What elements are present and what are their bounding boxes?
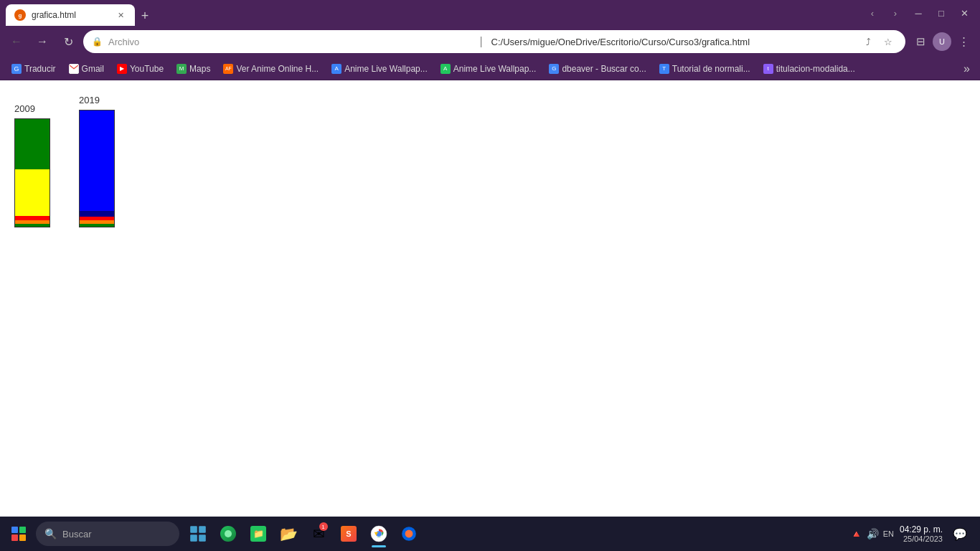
bookmark-anime2[interactable]: A Anime Live Wallpap... [326, 61, 433, 77]
bar-2019-blue [80, 110, 114, 211]
bar-2009-green [15, 119, 50, 169]
email-button[interactable]: ✉ 1 [304, 518, 333, 550]
bookmark-tutorial[interactable]: T Tutorial de normali... [654, 61, 756, 77]
qgis-icon-button[interactable] [214, 518, 242, 550]
network-icon[interactable]: 🔺 [850, 528, 862, 540]
minimize-button[interactable]: ─ [908, 3, 928, 23]
profile-avatar[interactable]: U [933, 32, 951, 51]
dbeaver-favicon: G [549, 64, 559, 74]
new-tab-button[interactable]: + [135, 6, 155, 26]
maximize-button[interactable]: □ [931, 3, 951, 23]
search-input[interactable] [62, 529, 171, 540]
anime2-favicon: A [331, 64, 341, 74]
navigation-bar: ← → ↻ 🔒 Archivo | C:/Users/migue/OneDriv… [0, 26, 980, 57]
windows-logo-icon [11, 527, 26, 541]
firefox-button[interactable] [395, 518, 423, 550]
tab-close-button[interactable]: ✕ [115, 9, 126, 21]
chrome-icon [370, 525, 387, 542]
start-button[interactable] [3, 518, 34, 550]
tab-strip-right-icon[interactable]: › [885, 3, 905, 23]
clock-time: 04:29 p. m. [900, 524, 943, 534]
bookmark-gmail[interactable]: Gmail [63, 61, 110, 77]
explorer-icon: 📂 [280, 525, 298, 542]
file-manager-button[interactable]: 📁 [244, 518, 273, 550]
charts-area: 2009 2019 [14, 95, 966, 227]
menu-button[interactable]: ⋮ [953, 31, 974, 52]
firefox-icon [400, 525, 418, 542]
bookmark-gmail-label: Gmail [82, 64, 104, 74]
forward-button[interactable]: → [32, 31, 53, 52]
chart-2019: 2019 [79, 95, 115, 227]
bookmarks-more-button[interactable]: » [959, 60, 974, 78]
task-view-icon [189, 525, 207, 542]
sublime-icon: S [341, 526, 357, 542]
taskbar: 🔍 📁 [0, 517, 980, 551]
explorer-button[interactable]: 📂 [274, 518, 303, 550]
bookmark-youtube[interactable]: ▶ YouTube [111, 61, 169, 77]
reload-button[interactable]: ↻ [57, 31, 79, 52]
share-address-button[interactable]: ⤴ [859, 33, 877, 50]
active-tab[interactable]: g grafica.html ✕ [6, 4, 135, 26]
chart-2009-label: 2009 [14, 103, 35, 114]
address-bar[interactable]: 🔒 Archivo | C:/Users/migue/OneDrive/Escr… [83, 30, 905, 53]
bookmark-anime3[interactable]: A Anime Live Wallpap... [435, 61, 542, 77]
bar-2009-yellow [15, 169, 50, 216]
search-icon: 🔍 [44, 528, 57, 540]
notification-button[interactable]: 💬 [948, 522, 971, 545]
svg-rect-3 [199, 534, 206, 542]
svg-rect-2 [190, 534, 197, 542]
bookmark-translate[interactable]: G Traducir [6, 61, 62, 77]
tab-title: grafica.html [32, 10, 109, 20]
window-controls: ‹ › ─ □ ✕ [862, 3, 974, 23]
taskbar-right: 🔺 🔊 EN 04:29 p. m. 25/04/2023 💬 [850, 522, 977, 545]
volume-icon[interactable]: 🔊 [867, 528, 879, 540]
bookmark-titulacion[interactable]: t titulacion-modalida... [758, 61, 861, 77]
bookmark-tutorial-label: Tutorial de normali... [672, 64, 750, 74]
bookmark-anime1[interactable]: AF Ver Anime Online H... [217, 61, 324, 77]
bookmark-dbeaver[interactable]: G dbeaver - Buscar co... [543, 61, 651, 77]
tab-area: g grafica.html ✕ + [6, 0, 859, 26]
system-tray: 🔺 🔊 EN [850, 528, 894, 540]
tutorial-favicon: T [659, 64, 669, 74]
taskbar-app-icons: 📁 📂 ✉ 1 S [184, 518, 423, 550]
tab-favicon: g [14, 9, 26, 21]
bookmark-star-button[interactable]: ☆ [880, 33, 897, 50]
address-actions: ⤴ ☆ [859, 33, 897, 50]
svg-rect-1 [199, 526, 206, 533]
nav-right-buttons: ⊟ U ⋮ [910, 31, 974, 52]
chrome-button[interactable] [364, 518, 393, 550]
email-icon-wrapper: ✉ 1 [313, 525, 325, 542]
sublime-button[interactable]: S [334, 518, 363, 550]
qgis-icon [220, 526, 236, 542]
clock-date: 25/04/2023 [900, 534, 943, 543]
keyboard-icon[interactable]: EN [883, 529, 894, 538]
anime3-favicon: A [440, 64, 451, 74]
chart-2019-label: 2019 [79, 95, 100, 105]
bookmark-anime1-label: Ver Anime Online H... [236, 64, 319, 74]
back-button[interactable]: ← [6, 31, 27, 52]
system-clock[interactable]: 04:29 p. m. 25/04/2023 [900, 524, 943, 543]
bookmarks-bar: G Traducir Gmail ▶ YouTube M Maps AF Ver… [0, 57, 980, 80]
task-view-button[interactable] [184, 518, 212, 550]
address-prefix: Archivo [108, 37, 471, 47]
bar-2019-darkblue [80, 211, 114, 217]
bookmark-anime3-label: Anime Live Wallpap... [453, 64, 537, 74]
stacked-bar-2009 [14, 118, 50, 227]
page-content: 2009 2019 [0, 80, 980, 551]
tab-strip-left-icon[interactable]: ‹ [862, 3, 882, 23]
browser-window: g grafica.html ✕ + ‹ › ─ □ ✕ ← → ↻ 🔒 Arc… [0, 0, 980, 551]
title-bar: g grafica.html ✕ + ‹ › ─ □ ✕ [0, 0, 980, 26]
bookmark-titulacion-label: titulacion-modalida... [776, 64, 855, 74]
email-badge: 1 [319, 522, 328, 531]
svg-rect-0 [190, 526, 197, 533]
maps-favicon: M [176, 64, 187, 74]
sidebar-button[interactable]: ⊟ [910, 31, 931, 52]
youtube-favicon: ▶ [117, 64, 127, 74]
bookmark-maps[interactable]: M Maps [171, 61, 216, 77]
svg-point-7 [405, 530, 413, 538]
bookmark-translate-label: Traducir [24, 64, 56, 74]
bar-2009-darkgreen [15, 224, 50, 227]
taskbar-search[interactable]: 🔍 [36, 522, 179, 546]
bookmark-youtube-label: YouTube [130, 64, 164, 74]
close-button[interactable]: ✕ [954, 3, 974, 23]
